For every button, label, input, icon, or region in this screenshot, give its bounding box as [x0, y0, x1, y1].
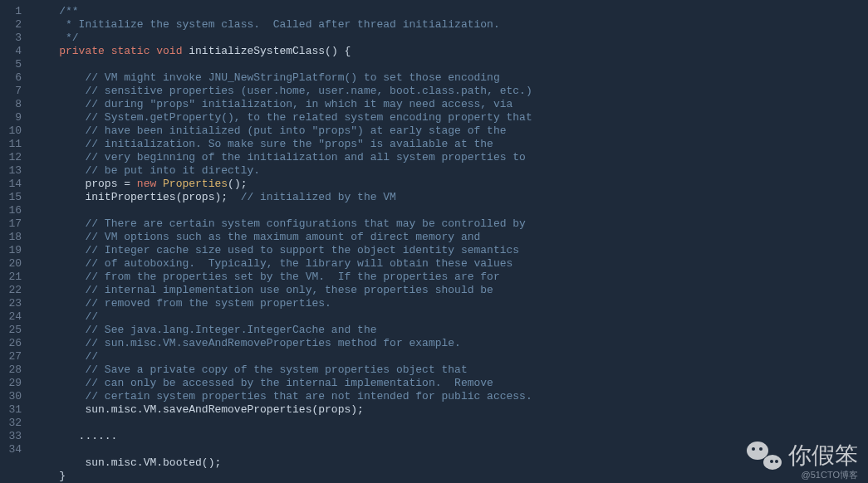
code-line: //: [33, 350, 532, 363]
line-number: 24: [3, 310, 22, 324]
code-line: // Integer cache size used to support th…: [33, 244, 532, 257]
line-number: 27: [3, 350, 22, 363]
code-line: [33, 443, 532, 456]
line-number: 23: [3, 297, 22, 310]
code-line: // very beginning of the initialization …: [33, 151, 532, 164]
line-number: 19: [3, 244, 22, 257]
line-number: 4: [3, 45, 22, 58]
code-line: [33, 417, 532, 430]
line-number: 18: [3, 231, 22, 244]
code-line: // There are certain system configuratio…: [33, 217, 532, 231]
line-number: 34: [3, 443, 22, 456]
line-number: 32: [3, 417, 22, 430]
code-line: // See java.lang.Integer.IntegerCache an…: [33, 324, 532, 337]
code-line: [33, 58, 532, 71]
code-line: sun.misc.VM.saveAndRemoveProperties(prop…: [33, 403, 532, 417]
line-number: 10: [3, 124, 22, 138]
code-line: // System.getProperty(), to the related …: [33, 111, 532, 124]
code-line: // certain system properties that are no…: [33, 390, 532, 403]
code-line: // sensitive properties (user.home, user…: [33, 85, 532, 98]
line-number: 6: [3, 71, 22, 85]
code-line: // be put into it directly.: [33, 164, 532, 178]
line-number: 26: [3, 337, 22, 350]
code-line: // can only be accessed by the internal …: [33, 377, 532, 390]
line-number: 20: [3, 257, 22, 271]
line-number: 14: [3, 178, 22, 191]
code-line: private static void initializeSystemClas…: [33, 45, 532, 58]
code-line: // of autoboxing. Typically, the library…: [33, 257, 532, 271]
line-number: 7: [3, 85, 22, 98]
code-line: // during "props" initialization, in whi…: [33, 98, 532, 111]
attribution-text: @51CTO博客: [802, 468, 858, 481]
code-line: // VM might invoke JNU_NewStringPlatform…: [33, 71, 532, 85]
code-line: // initialization. So make sure the "pro…: [33, 138, 532, 151]
line-number: 17: [3, 217, 22, 231]
code-line: */: [33, 32, 532, 45]
code-line: props = new Properties();: [33, 178, 532, 191]
wechat-icon: [747, 442, 782, 470]
code-editor: 1234567891011121314151617181920212223242…: [0, 0, 868, 483]
line-number: 12: [3, 151, 22, 164]
code-line: /**: [33, 5, 532, 18]
line-number: 3: [3, 32, 22, 45]
code-line: // Save a private copy of the system pro…: [33, 363, 532, 377]
code-line: }: [33, 470, 532, 483]
line-number: 11: [3, 138, 22, 151]
line-number: 30: [3, 390, 22, 403]
code-line: // VM options such as the maximum amount…: [33, 231, 532, 244]
line-number: 1: [3, 5, 22, 18]
line-number: 13: [3, 164, 22, 178]
line-number: 21: [3, 271, 22, 284]
line-number-gutter: 1234567891011121314151617181920212223242…: [0, 0, 30, 483]
code-line: ......: [33, 430, 532, 443]
code-line: // have been initialized (put into "prop…: [33, 124, 532, 138]
code-line: initProperties(props); // initialized by…: [33, 191, 532, 204]
code-area[interactable]: /** * Initialize the system class. Calle…: [30, 0, 532, 483]
line-number: 2: [3, 18, 22, 32]
watermark-text: 你假笨: [788, 449, 858, 462]
code-line: // from the properties set by the VM. If…: [33, 271, 532, 284]
code-line: sun.misc.VM.booted();: [33, 456, 532, 470]
code-line: //: [33, 310, 532, 324]
line-number: 25: [3, 324, 22, 337]
line-number: 28: [3, 363, 22, 377]
line-number: 5: [3, 58, 22, 71]
code-line: // sun.misc.VM.saveAndRemoveProperties m…: [33, 337, 532, 350]
code-line: * Initialize the system class. Called af…: [33, 18, 532, 32]
line-number: 9: [3, 111, 22, 124]
code-line: // removed from the system properties.: [33, 297, 532, 310]
line-number: 31: [3, 403, 22, 417]
line-number: 33: [3, 430, 22, 443]
line-number: 15: [3, 191, 22, 204]
line-number: 8: [3, 98, 22, 111]
watermark: 你假笨: [747, 442, 858, 470]
line-number: 29: [3, 377, 22, 390]
line-number: 16: [3, 204, 22, 217]
code-line: // internal implementation use only, the…: [33, 284, 532, 297]
code-line: [33, 204, 532, 217]
line-number: 22: [3, 284, 22, 297]
